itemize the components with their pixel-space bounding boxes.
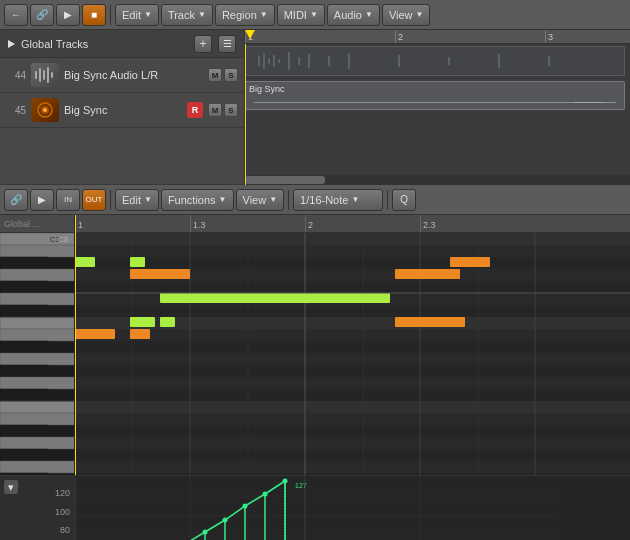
add-track-button[interactable]: +	[194, 35, 212, 53]
solo-btn-45[interactable]: S	[224, 103, 238, 117]
audio-icon	[33, 65, 57, 85]
tracks-list: Global Tracks + ☰ 44 Big Sync Audio L/R	[0, 30, 245, 185]
midi-menu[interactable]: MIDI ▼	[277, 4, 325, 26]
track-menu-arrow: ▼	[198, 10, 206, 19]
ruler-mark-3: 3	[545, 30, 553, 43]
note-small-2	[160, 317, 175, 327]
svg-text:C3: C3	[58, 235, 69, 244]
svg-rect-0	[35, 71, 37, 79]
solo-btn-44[interactable]: S	[224, 68, 238, 82]
midi-region-45[interactable]: Big Sync	[245, 81, 625, 110]
svg-rect-2	[43, 70, 45, 80]
velocity-collapse-btn[interactable]: ▾	[4, 480, 18, 494]
ruler-mark-2: 2	[395, 30, 403, 43]
mute-btn-44[interactable]: M	[208, 68, 222, 82]
piano-ruler-space: Global ...	[0, 215, 74, 233]
playhead-triangle-top	[245, 30, 255, 39]
track-content-44[interactable]	[245, 44, 630, 79]
track-row-45[interactable]: 45 Big Sync R M S	[0, 93, 244, 128]
timeline-scrollbar[interactable]	[245, 175, 630, 185]
link-button[interactable]: 🔗	[30, 4, 54, 26]
record-button[interactable]: ■	[82, 4, 106, 26]
note-orange-1	[130, 269, 190, 279]
region-menu[interactable]: Region ▼	[215, 4, 275, 26]
bottom-view-menu[interactable]: View ▼	[236, 189, 285, 211]
separator-3	[288, 190, 289, 210]
track-num-44: 44	[6, 70, 26, 81]
timeline-area: 1 2 3	[245, 30, 630, 185]
bottom-catch-btn[interactable]: ▶	[30, 189, 54, 211]
bottom-edit-label: Edit	[122, 194, 141, 206]
grid-background	[75, 233, 630, 475]
playhead-line	[245, 44, 246, 185]
editor-playhead	[75, 215, 76, 475]
view-menu-arrow: ▼	[416, 10, 424, 19]
velocity-ruler: ▾ 120 100 80 60 40 20	[0, 476, 75, 540]
quantize-menu[interactable]: 1/16-Note ▼	[293, 189, 383, 211]
svg-point-7	[43, 108, 47, 112]
track-num-45: 45	[6, 105, 26, 116]
track-name-44: Big Sync Audio L/R	[64, 69, 203, 81]
waveform-svg	[249, 48, 599, 74]
midi-menu-arrow: ▼	[310, 10, 318, 19]
view-menu[interactable]: View ▼	[382, 4, 431, 26]
mute-btn-45[interactable]: M	[208, 103, 222, 117]
audio-menu-label: Audio	[334, 9, 362, 21]
bottom-in-btn[interactable]: IN	[56, 189, 80, 211]
waveform-display	[246, 47, 624, 75]
back-button[interactable]: ←	[4, 4, 28, 26]
bottom-view-arrow: ▼	[269, 195, 277, 204]
note-orange-2	[395, 269, 460, 279]
quantize-arrow: ▼	[351, 195, 359, 204]
vel-label-100: 100	[4, 507, 70, 517]
empty-track-space	[0, 128, 244, 185]
grid-mark-1-3: 1.3	[190, 215, 206, 232]
bottom-view-label: View	[243, 194, 267, 206]
record-badge-45: R	[187, 102, 203, 118]
grid-mark-2: 2	[305, 215, 313, 232]
track-row-44[interactable]: 44 Big Sync Audio L/R M S	[0, 58, 244, 93]
svg-rect-4	[51, 72, 53, 78]
list-button[interactable]: ☰	[218, 35, 236, 53]
track-icon-44	[31, 63, 59, 87]
bottom-link-btn[interactable]: 🔗	[4, 189, 28, 211]
editor-area: Global ...	[0, 215, 630, 475]
q-button[interactable]: Q	[392, 189, 416, 211]
note-top-2	[130, 257, 145, 267]
track-content-45[interactable]: Big Sync	[245, 79, 630, 114]
audio-menu[interactable]: Audio ▼	[327, 4, 380, 26]
track-menu[interactable]: Track ▼	[161, 4, 213, 26]
timeline-ruler: 1 2 3	[245, 30, 630, 44]
piano-keys-svg: C3 C3	[0, 233, 75, 475]
edit-menu[interactable]: Edit ▼	[115, 4, 159, 26]
edit-menu-label: Edit	[122, 9, 141, 21]
global-tracks-expand[interactable]	[8, 40, 15, 48]
catch-button[interactable]: ▶	[56, 4, 80, 26]
separator-1	[110, 5, 111, 25]
top-toolbar: ← 🔗 ▶ ■ Edit ▼ Track ▼ Region ▼ MIDI ▼ A…	[0, 0, 630, 30]
region-label-45: Big Sync	[246, 83, 288, 95]
region-line-1	[254, 102, 616, 103]
track-menu-label: Track	[168, 9, 195, 21]
functions-menu[interactable]: Functions ▼	[161, 189, 234, 211]
global-tracks-label: Global Tracks	[21, 38, 88, 50]
bottom-edit-menu[interactable]: Edit ▼	[115, 189, 159, 211]
edit-menu-arrow: ▼	[144, 10, 152, 19]
global-label: Global ...	[4, 219, 40, 229]
bottom-out-btn[interactable]: OUT	[82, 189, 106, 211]
svg-rect-3	[47, 67, 49, 83]
separator-4	[387, 190, 388, 210]
bottom-edit-arrow: ▼	[144, 195, 152, 204]
note-orange-3	[75, 329, 115, 339]
note-long-green	[160, 293, 390, 303]
svg-rect-34	[0, 233, 75, 475]
velocity-content[interactable]: 1 25 44 61	[75, 476, 630, 540]
q-label: Q	[400, 194, 408, 205]
audio-region-44[interactable]	[245, 46, 625, 76]
scroll-thumb[interactable]	[245, 176, 325, 184]
global-tracks-header: Global Tracks + ☰	[0, 30, 244, 58]
region-menu-arrow: ▼	[260, 10, 268, 19]
midi-grid[interactable]: 1 1.3 2 2.3	[75, 215, 630, 475]
quantize-label: 1/16-Note	[300, 194, 348, 206]
track-ms-44: M S	[208, 68, 238, 82]
